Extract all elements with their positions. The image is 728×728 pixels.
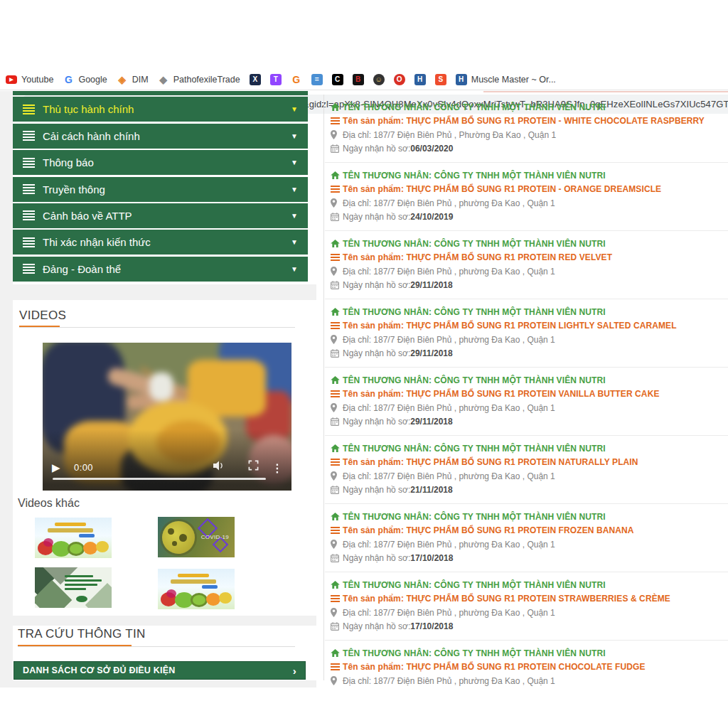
bookmark-label: PathofexileTrade [173,75,240,85]
bookmark-item[interactable]: = [311,74,323,85]
sidebar-menu-item[interactable]: Thi xác nhận kiến thức ▼ [13,230,308,255]
sidebar-menu-item[interactable]: Cải cách hành chính ▼ [13,124,308,149]
lookup-heading: TRA CỨU THÔNG TIN [18,627,146,641]
sidebar-menu-item[interactable]: Cảnh báo về ATTP ▼ [13,203,308,228]
play-button[interactable]: ▶ [52,461,60,474]
map-pin-icon [331,471,343,481]
sidebar-partial-item [13,91,308,95]
product-row: Tên sản phẩm: THỰC PHẨM BỔ SUNG R1 PROTE… [331,251,728,265]
list-icon [23,184,35,194]
product-row: Tên sản phẩm: THỰC PHẨM BỔ SUNG R1 PROTE… [331,524,728,538]
merchant-row: TÊN THƯƠNG NHÂN: CÔNG TY TNHH MỘT THÀNH … [331,373,728,387]
section-gap [0,284,316,300]
merchant-text: TÊN THƯƠNG NHÂN: CÔNG TY TNHH MỘT THÀNH … [343,512,606,522]
chevron-down-icon: ▼ [291,105,298,113]
home-icon [331,444,343,452]
product-text: Tên sản phẩm: THỰC PHẨM BỔ SUNG R1 PROTE… [343,525,634,535]
date-label: Ngày nhận hồ sơ: [343,553,410,563]
video-thumbnail-food-safety-2020[interactable] [158,569,235,609]
video-player[interactable]: ▶ 0:00 ⋮ [43,343,291,491]
bookmark-item[interactable]: X [250,74,261,85]
bookmark-label: Muscle Master ~ Or... [471,75,556,85]
list-icon [23,105,35,114]
bookmark-item[interactable]: H Muscle Master ~ Or... [456,74,556,85]
video-thumbnail-collage[interactable] [35,567,112,608]
address-text: Địa chỉ: 187/7 Điện Biên Phủ , phường Đa… [343,608,555,618]
list-icon [23,264,35,274]
bookmark-item[interactable]: G [291,74,302,85]
bookmark-item[interactable]: S [435,74,446,85]
sidebar-item-label: Truyền thông [43,183,285,196]
address-row: Địa chỉ: 187/7 Điện Biên Phủ , phường Đa… [331,196,728,210]
calendar-icon [331,144,343,153]
listing-entry: TÊN THƯƠNG NHÂN: CÔNG TY TNHH MỘT THÀNH … [325,299,728,368]
date-row: Ngày nhận hồ sơ: 21/11/2018 [331,483,728,498]
home-icon [331,581,343,589]
map-pin-icon [331,608,343,617]
video-thumbnail-covid19[interactable]: COVID-19 [158,517,235,557]
date-row: Ngày nhận hồ sơ: 17/10/2018 [331,620,728,634]
bookmark-item[interactable]: B [353,74,364,85]
list-icon [23,210,35,220]
list-icon [331,186,343,193]
bookmark-item[interactable]: ◈ DIM [117,74,149,85]
volume-icon[interactable] [213,461,225,473]
sidebar-menu-item[interactable]: Thông báo ▼ [13,150,308,175]
listing-entry: TÊN THƯƠNG NHÂN: CÔNG TY TNHH MỘT THÀNH … [325,163,728,231]
bookmark-item[interactable]: T [270,74,282,85]
address-row: Địa chỉ: 187/7 Điện Biên Phủ , phường Đa… [331,469,728,483]
bookmark-item[interactable]: ☺ [373,74,385,85]
video-thumbnail-food-safety-2020[interactable] [35,518,112,558]
map-pin-icon [331,267,343,276]
url-row: ! Not secure | bqlattp.hochiminhcity.gov… [0,46,728,70]
sidebar-menu-item[interactable]: Truyền thông ▼ [13,177,308,202]
videos-heading: VIDEOS [19,309,66,323]
merchant-text: TÊN THƯƠNG NHÂN: CÔNG TY TNHH MỘT THÀNH … [343,239,606,249]
map-pin-icon [331,676,343,685]
calendar-icon [331,486,343,494]
merchant-text: TÊN THƯƠNG NHÂN: CÔNG TY TNHH MỘT THÀNH … [343,102,606,112]
lookup-heading-line [18,646,295,647]
bookmark-item[interactable]: C [332,74,343,85]
listing-entry: TÊN THƯƠNG NHÂN: CÔNG TY TNHH MỘT THÀNH … [325,504,728,572]
product-row: Tên sản phẩm: THỰC PHẨM BỔ SUNG R1 PROTE… [331,114,728,129]
twitch-icon: T [270,74,282,85]
h-blue-icon: H [456,74,467,85]
bookmark-item[interactable]: ▶ Youtube [6,75,53,85]
bookmark-item[interactable]: H [414,74,426,85]
blue-app-icon: = [311,74,323,85]
video-menu-icon[interactable]: ⋮ [272,461,283,475]
x-app-icon: X [250,74,261,85]
bookmark-item[interactable]: G Google [63,74,107,85]
sidebar-menu-item[interactable]: Thủ tục hành chính ▼ [13,97,308,122]
merchant-text: TÊN THƯƠNG NHÂN: CÔNG TY TNHH MỘT THÀNH … [343,580,606,590]
address-row: Địa chỉ: 187/7 Điện Biên Phủ , phường Đa… [331,333,728,347]
more-videos-label: Videos khác [18,497,80,510]
sidebar-menu-item[interactable]: Đảng - Đoàn thể ▼ [13,257,308,282]
product-text: Tên sản phẩm: THỰC PHẨM BỔ SUNG R1 PROTE… [343,594,670,604]
certified-facilities-button[interactable]: DANH SÁCH CƠ SỞ ĐỦ ĐIỀU KIỆN › [14,661,306,680]
home-icon [331,240,343,247]
list-icon [331,527,343,534]
map-pin-icon [331,130,343,139]
date-value: 29/11/2018 [410,280,452,290]
map-pin-icon [331,403,343,412]
sidebar-item-label: Đảng - Đoàn thể [43,263,285,275]
date-label: Ngày nhận hồ sơ: [343,417,410,427]
list-icon [331,322,343,329]
g-site-icon: G [291,74,302,85]
google-icon: G [63,74,74,85]
calendar-icon [331,281,343,289]
chevron-right-icon: › [293,665,296,677]
bookmark-item[interactable]: O [394,74,405,85]
date-row: Ngày nhận hồ sơ: 29/11/2018 [331,347,728,361]
chevron-down-icon: ▼ [291,238,298,246]
bookmark-item[interactable]: ◆ PathofexileTrade [158,74,240,85]
address-text: Địa chỉ: 187/7 Điện Biên Phủ , phường Đa… [343,403,555,413]
fullscreen-icon[interactable] [248,460,259,473]
merchant-text: TÊN THƯƠNG NHÂN: CÔNG TY TNHH MỘT THÀNH … [343,307,606,317]
covid19-label: COVID-19 [201,534,229,540]
video-progress-bar[interactable] [53,478,266,481]
bookmark-label: DIM [132,75,149,85]
left-gutter [0,91,13,682]
